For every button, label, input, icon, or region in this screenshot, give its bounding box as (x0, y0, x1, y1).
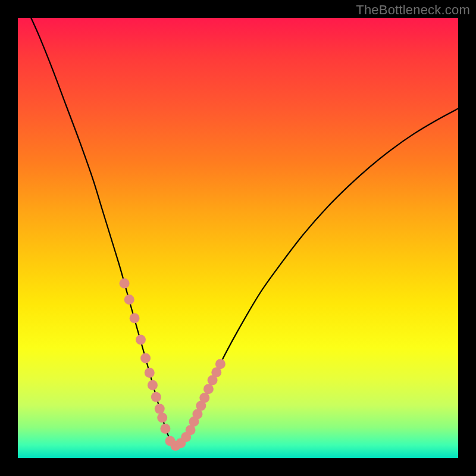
data-marker (199, 393, 209, 403)
data-marker (160, 424, 170, 434)
data-marker (130, 313, 140, 323)
data-marker (215, 359, 226, 369)
data-marker (120, 278, 130, 289)
data-marker (145, 368, 155, 378)
data-marker (148, 380, 158, 390)
data-marker (140, 353, 151, 364)
data-marker (155, 404, 165, 414)
data-marker (124, 295, 134, 305)
bottleneck-curve (31, 18, 458, 449)
plot-area (18, 18, 458, 458)
chart-container: TheBottleneck.com (0, 0, 476, 476)
data-marker (136, 334, 146, 345)
data-marker (151, 392, 161, 402)
data-marker (203, 384, 214, 394)
attribution-text: TheBottleneck.com (356, 2, 470, 18)
data-markers (120, 278, 226, 451)
data-marker (157, 412, 167, 422)
chart-svg (18, 18, 458, 458)
